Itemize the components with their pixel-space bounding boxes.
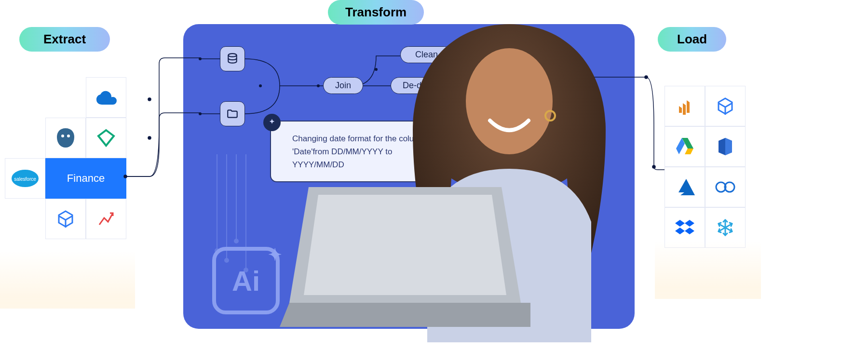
- extract-sources-grid: salesforce Finance: [5, 77, 130, 239]
- svg-text:salesforce: salesforce: [14, 176, 36, 182]
- svg-point-15: [67, 135, 70, 137]
- svg-point-23: [652, 165, 655, 168]
- dataprep-source-icon: [86, 118, 126, 158]
- svg-point-1: [199, 112, 202, 115]
- load-targets-grid: [665, 86, 746, 248]
- transform-label-pill: Transform: [328, 0, 424, 25]
- laptop-illustration: [280, 187, 530, 332]
- redshift-target-icon: [705, 126, 746, 167]
- ai-badge: Ai ✦: [212, 247, 280, 314]
- snowflake-target-icon: [705, 207, 746, 248]
- svg-point-24: [645, 76, 648, 79]
- svg-point-5: [375, 68, 378, 71]
- zia-badge-icon: [263, 114, 281, 131]
- azure-target-icon: [665, 167, 705, 207]
- onedrive-source-icon: [86, 77, 126, 118]
- svg-point-12: [466, 48, 553, 154]
- database-node-icon: [220, 46, 245, 71]
- dropbox-target-icon: [665, 207, 705, 248]
- extract-fade: [0, 251, 135, 309]
- salesforce-source-icon: salesforce: [5, 158, 45, 199]
- finance-source-label: Finance: [45, 158, 126, 199]
- folder-node-icon: [220, 101, 245, 126]
- zoho-crm-target-icon: [705, 167, 746, 207]
- ai-badge-text: Ai: [232, 265, 260, 297]
- storage-source-icon: [45, 199, 86, 239]
- extract-label-pill: Extract: [19, 27, 110, 52]
- svg-point-7: [228, 54, 236, 57]
- bigquery-target-icon: [705, 86, 746, 126]
- svg-point-10: [234, 239, 238, 243]
- load-label-pill: Load: [658, 27, 726, 52]
- join-node: Join: [323, 77, 363, 94]
- analytics-source-icon: [86, 199, 126, 239]
- svg-point-20: [148, 98, 151, 101]
- svg-point-2: [259, 84, 262, 87]
- svg-point-21: [148, 136, 151, 139]
- load-fade: [655, 241, 761, 299]
- svg-point-14: [61, 135, 64, 137]
- svg-point-3: [317, 84, 320, 87]
- aws-s3-target-icon: [665, 86, 705, 126]
- transform-panel: Join Clean De-duplicate Changing date fo…: [183, 24, 635, 329]
- svg-point-0: [199, 57, 202, 60]
- postgres-source-icon: [45, 118, 86, 158]
- gdrive-target-icon: [665, 126, 705, 167]
